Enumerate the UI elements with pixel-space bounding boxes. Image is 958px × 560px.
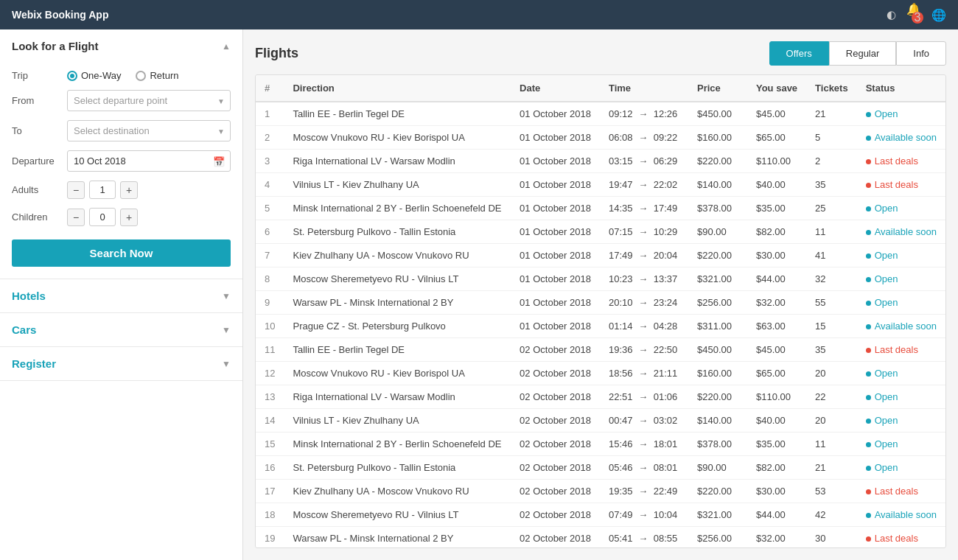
table-row: 13 Riga International LV - Warsaw Modlin… [256,385,945,409]
cell-date: 02 October 2018 [511,456,600,480]
arrow-icon: → [638,155,648,167]
children-increment-button[interactable]: + [120,209,138,226]
cell-tickets: 15 [806,315,857,338]
flight-section: Look for a Flight ▲ Trip One-Way Return [0,29,242,279]
cell-direction: Warsaw PL - Minsk International 2 BY [284,291,511,315]
globe-icon[interactable]: 🌐 [931,8,946,22]
cell-price: $321.00 [688,267,747,291]
col-header-date: Date [511,75,600,102]
cell-num: 10 [256,315,284,338]
cell-direction: Vilnius LT - Kiev Zhulhany UA [284,173,511,197]
cell-tickets: 2 [806,150,857,173]
cell-status: Open [857,244,945,267]
status-dot-icon [866,442,871,447]
flight-section-header[interactable]: Look for a Flight ▲ [0,29,242,63]
return-radio[interactable] [136,71,146,81]
cell-date: 01 October 2018 [511,267,600,291]
col-header-time: Time [600,75,688,102]
children-row: Children − 0 + [12,208,231,226]
table-row: 16 St. Petersburg Pulkovo - Tallin Eston… [256,456,945,480]
adults-increment-button[interactable]: + [120,181,138,199]
cell-status: Open [857,409,945,433]
cell-price: $140.00 [688,173,747,197]
arrow-icon: → [638,415,648,426]
table-head: # Direction Date Time Price You save Tic… [256,75,945,102]
table-row: 11 Tallin EE - Berlin Tegel DE 02 Octobe… [256,338,945,362]
cell-tickets: 22 [806,385,857,409]
table-row: 2 Moscow Vnukovo RU - Kiev Borispol UA 0… [256,126,945,150]
oneway-option[interactable]: One-Way [67,70,121,81]
register-chevron-icon: ▼ [222,359,231,369]
theme-icon[interactable]: ◐ [887,8,896,21]
cell-num: 1 [256,102,284,126]
cell-status: Open [857,267,945,291]
status-dot-icon [866,371,871,377]
cell-date: 01 October 2018 [511,291,600,315]
departure-input[interactable] [67,150,231,172]
arrow-icon: → [638,321,648,332]
search-now-button[interactable]: Search Now [12,239,231,267]
to-select[interactable]: Select destination [67,120,231,141]
table-row: 12 Moscow Vnukovo RU - Kiev Borispol UA … [256,362,945,385]
cell-status: Last deals [857,480,945,503]
cell-tickets: 53 [806,480,857,503]
cell-price: $321.00 [688,503,747,527]
cell-time: 05:41 → 08:55 [600,527,688,549]
cell-save: $82.00 [747,456,806,480]
status-dot-icon [866,277,871,282]
cars-section-title: Cars [12,323,36,336]
cell-price: $160.00 [688,126,747,150]
tab-regular[interactable]: Regular [829,41,897,66]
cell-price: $450.00 [688,338,747,362]
cell-num: 13 [256,385,284,409]
cell-price: $378.00 [688,433,747,456]
cell-num: 12 [256,362,284,385]
cell-tickets: 20 [806,409,857,433]
cell-time: 22:51 → 01:06 [600,385,688,409]
arrow-icon: → [638,344,648,355]
cell-date: 02 October 2018 [511,433,600,456]
cell-save: $65.00 [747,362,806,385]
table-row: 5 Minsk International 2 BY - Berlin Scho… [256,197,945,220]
to-row: To Select destination ▼ [12,120,231,141]
arrow-icon: → [638,132,648,143]
cars-section-header[interactable]: Cars ▼ [0,313,242,346]
arrow-icon: → [638,226,648,237]
status-dot-icon [866,324,871,329]
table-row: 8 Moscow Sheremetyevo RU - Vilnius LT 01… [256,267,945,291]
from-select[interactable]: Select departure point [67,90,231,111]
cell-direction: Moscow Sheremetyevo RU - Vilnius LT [284,267,511,291]
cell-time: 18:56 → 21:11 [600,362,688,385]
return-option[interactable]: Return [136,70,178,81]
status-dot-icon [866,183,871,188]
cell-save: $45.00 [747,102,806,126]
app-title: Webix Booking App [12,9,108,21]
cell-time: 19:36 → 22:50 [600,338,688,362]
hotels-section-header[interactable]: Hotels ▼ [0,279,242,312]
table-row: 7 Kiev Zhulhany UA - Moscow Vnukovo RU 0… [256,244,945,267]
cell-num: 15 [256,433,284,456]
status-dot-icon [866,230,871,235]
cell-save: $35.00 [747,433,806,456]
register-section-header[interactable]: Register ▼ [0,347,242,380]
cell-direction: Riga International LV - Warsaw Modlin [284,150,511,173]
table-row: 17 Kiev Zhulhany UA - Moscow Vnukovo RU … [256,480,945,503]
from-row: From Select departure point ▼ [12,90,231,111]
cell-time: 09:12 → 12:26 [600,102,688,126]
cell-direction: St. Petersburg Pulkovo - Tallin Estonia [284,456,511,480]
bell-icon[interactable]: 🔔 3 [906,2,921,28]
adults-decrement-button[interactable]: − [67,181,85,199]
cell-time: 05:46 → 08:01 [600,456,688,480]
departure-row: Departure 📅 [12,150,231,172]
cell-date: 01 October 2018 [511,126,600,150]
cell-date: 02 October 2018 [511,409,600,433]
tab-offers[interactable]: Offers [769,41,829,66]
cell-price: $378.00 [688,197,747,220]
cell-date: 01 October 2018 [511,197,600,220]
cell-date: 02 October 2018 [511,385,600,409]
oneway-radio[interactable] [67,71,77,81]
table-row: 19 Warsaw PL - Minsk International 2 BY … [256,527,945,549]
children-decrement-button[interactable]: − [67,209,85,226]
cell-tickets: 35 [806,173,857,197]
tab-info[interactable]: Info [896,41,946,66]
